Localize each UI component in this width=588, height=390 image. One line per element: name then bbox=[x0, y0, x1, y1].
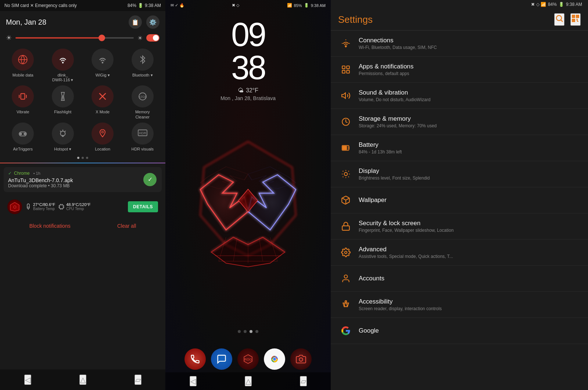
rog-avatar: ⬡ bbox=[7, 199, 22, 214]
toggle-wifi[interactable]: dlink_DWR-116 ▾ bbox=[44, 49, 82, 82]
toggle-hotspot[interactable]: Hotspot ▾ bbox=[44, 123, 82, 152]
rog-logo-area bbox=[165, 92, 331, 324]
settings-item-connections[interactable]: Connections Wi-Fi, Bluetooth, Data usage… bbox=[331, 31, 588, 57]
home-battery-icon: 🔋 bbox=[304, 3, 309, 8]
battery-text: Battery 84% - 1d 13h 38m left bbox=[359, 141, 402, 155]
settings-icon[interactable]: ⚙️ bbox=[146, 15, 159, 29]
auto-brightness-toggle[interactable] bbox=[146, 34, 159, 42]
settings-status-bar: ✖ ◇ 📶 84% 🔋 9:38 AM bbox=[331, 0, 588, 9]
sim-status: No SIM card ✕ Emergency calls only bbox=[4, 3, 77, 8]
hotspot-label: Hotspot ▾ bbox=[54, 147, 71, 152]
svg-text:HDR: HDR bbox=[139, 131, 146, 135]
toggle-airtriggers[interactable]: AirTriggers bbox=[4, 123, 42, 152]
date-action-icons: 📋 ⚙️ bbox=[129, 15, 159, 29]
back-button-left[interactable]: ◁ bbox=[24, 375, 31, 385]
svg-point-1 bbox=[62, 62, 63, 63]
notif-app-icon: ✓ bbox=[8, 171, 12, 176]
toggle-mobile-data[interactable]: Mobile data bbox=[4, 49, 42, 82]
display-text: Display Brightness level, Font size, Spl… bbox=[359, 167, 430, 181]
dock-chrome[interactable] bbox=[264, 348, 285, 370]
settings-item-accounts[interactable]: Accounts bbox=[331, 266, 588, 292]
security-text: Security & lock screen Fingerprint, Face… bbox=[359, 220, 453, 233]
settings-item-wallpaper[interactable]: Wallpaper bbox=[331, 187, 588, 213]
brightness-min-icon: ☀ bbox=[6, 34, 12, 42]
home-status-left-icons: ✉ ✓ 🔥 bbox=[171, 3, 184, 8]
toggle-memory-cleaner[interactable]: >2GB MemoryCleaner bbox=[124, 85, 161, 119]
settings-qr-button[interactable] bbox=[570, 13, 581, 26]
home-button-left[interactable]: △ bbox=[79, 375, 86, 385]
back-button-home[interactable]: ◁ bbox=[190, 376, 197, 386]
accounts-icon bbox=[338, 271, 354, 286]
notif-check-button[interactable]: ✓ bbox=[143, 173, 157, 186]
toggle-vibrate[interactable]: Vibrate bbox=[4, 85, 42, 119]
settings-search-button[interactable] bbox=[554, 13, 564, 26]
settings-title: Settings bbox=[338, 14, 373, 25]
flashlight-label: Flashlight bbox=[54, 110, 71, 114]
home-dot-4 bbox=[255, 330, 258, 333]
settings-item-advanced[interactable]: Advanced Assistive tools, Special mode, … bbox=[331, 240, 588, 266]
airtriggers-label: AirTriggers bbox=[13, 147, 33, 152]
battery-temp-label: Battery Temp bbox=[33, 207, 55, 211]
wifi-label: dlink_DWR-116 ▾ bbox=[52, 73, 73, 82]
settings-item-accessibility[interactable]: Accessibility Screen reader, display, in… bbox=[331, 292, 588, 318]
settings-list: Connections Wi-Fi, Bluetooth, Data usage… bbox=[331, 31, 588, 390]
svg-rect-47 bbox=[342, 66, 345, 69]
toggle-flashlight[interactable]: Flashlight bbox=[44, 85, 82, 119]
connections-icon bbox=[338, 36, 354, 51]
dock-rog-store[interactable]: ROG bbox=[237, 348, 259, 370]
sound-title: Sound & vibration bbox=[359, 89, 430, 96]
settings-battery-percent: 84% bbox=[548, 2, 557, 7]
storage-subtitle: Storage: 24% used, Memory: 70% used bbox=[359, 123, 437, 128]
vibrate-label: Vibrate bbox=[17, 110, 29, 114]
toggle-wiGig[interactable]: WiGig ▾ bbox=[84, 49, 121, 82]
toggle-location[interactable]: Location bbox=[84, 123, 121, 152]
recents-button-home[interactable]: ▱ bbox=[300, 376, 307, 386]
svg-point-2 bbox=[102, 62, 103, 63]
home-status-right: 📶 85% 🔋 9:38 AM bbox=[287, 3, 326, 8]
battery-icon: 🔋 bbox=[138, 3, 143, 8]
settings-item-google[interactable]: Google bbox=[331, 318, 588, 344]
svg-rect-44 bbox=[577, 16, 578, 17]
home-status-center: ✖ ◇ bbox=[232, 3, 239, 8]
dock-messages[interactable] bbox=[211, 348, 232, 370]
settings-item-battery[interactable]: Battery 84% - 1d 13h 38m left bbox=[331, 135, 588, 161]
dock-camera[interactable] bbox=[290, 348, 312, 370]
xmode-label: X Mode bbox=[96, 110, 110, 114]
brightness-slider[interactable] bbox=[15, 37, 134, 39]
battery-temp-value: 27°C/80.6°F bbox=[33, 202, 55, 207]
notification-shade: No SIM card ✕ Emergency calls only 84% 🔋… bbox=[0, 0, 165, 390]
svg-point-56 bbox=[344, 173, 348, 176]
svg-rect-45 bbox=[573, 20, 574, 21]
clear-all-button[interactable]: Clear all bbox=[117, 223, 136, 229]
settings-item-apps[interactable]: Apps & notifications Permissions, defaul… bbox=[331, 57, 588, 83]
dot-3 bbox=[86, 157, 88, 159]
security-title: Security & lock screen bbox=[359, 220, 453, 227]
home-button-home[interactable]: △ bbox=[245, 376, 252, 386]
svg-marker-4 bbox=[61, 92, 64, 96]
brightness-row: ☀ ☀ bbox=[0, 32, 165, 46]
advanced-subtitle: Assistive tools, Special mode, Quick act… bbox=[359, 254, 453, 259]
rog-logo-svg bbox=[178, 131, 318, 285]
svg-rect-43 bbox=[573, 16, 574, 17]
mobile-data-icon-wrap bbox=[12, 49, 34, 71]
toggle-bluetooth[interactable]: Bluetooth ▾ bbox=[124, 49, 161, 82]
home-page-dots bbox=[165, 330, 331, 333]
block-notifications-button[interactable]: Block notifications bbox=[29, 223, 71, 229]
advanced-text: Advanced Assistive tools, Special mode, … bbox=[359, 246, 453, 259]
dock-phone[interactable] bbox=[184, 348, 206, 370]
clock-minutes: 38 bbox=[231, 49, 265, 86]
details-button[interactable]: DETAILS bbox=[128, 201, 158, 212]
toggle-hdr[interactable]: HDR HDR visuals bbox=[124, 123, 161, 152]
date-row: Mon, Jan 28 📋 ⚙️ bbox=[0, 11, 165, 32]
home-dot-2 bbox=[244, 330, 247, 333]
settings-item-security[interactable]: Security & lock screen Fingerprint, Face… bbox=[331, 213, 588, 240]
weather-temp: 32°F bbox=[246, 87, 258, 94]
settings-item-display[interactable]: Display Brightness level, Font size, Spl… bbox=[331, 161, 588, 187]
edit-icon[interactable]: 📋 bbox=[129, 15, 142, 29]
home-time: 9:38 AM bbox=[311, 3, 326, 8]
settings-item-storage[interactable]: Storage & memory Storage: 24% used, Memo… bbox=[331, 109, 588, 135]
bottom-nav-left: ◁ △ ▱ bbox=[0, 369, 165, 390]
settings-item-sound[interactable]: Sound & vibration Volume, Do not disturb… bbox=[331, 83, 588, 109]
recents-button-left[interactable]: ▱ bbox=[135, 375, 141, 385]
toggle-xmode[interactable]: X Mode bbox=[84, 85, 121, 119]
